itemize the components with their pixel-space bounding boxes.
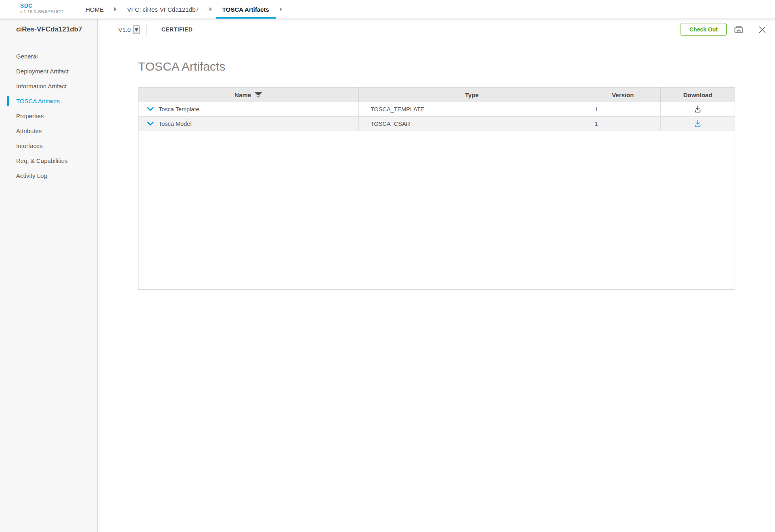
- caret-right-icon: [114, 7, 117, 11]
- sidebar-item-interfaces[interactable]: Interfaces: [0, 138, 97, 153]
- type-cell: TOSCA_TEMPLATE: [359, 102, 585, 116]
- download-icon[interactable]: [694, 120, 702, 127]
- column-header-name[interactable]: Name: [138, 88, 359, 102]
- sort-triangle: [254, 92, 262, 95]
- sdc-logo[interactable]: SDC v.1.16.0-SNAPSHOT: [20, 2, 63, 14]
- column-header-download[interactable]: Download: [661, 88, 735, 102]
- logo-title: SDC: [20, 2, 63, 9]
- header-actions: Check Out: [681, 19, 766, 40]
- column-header-name-label: Name: [235, 92, 251, 98]
- sort-icon: [254, 92, 262, 98]
- name-cell: Tosca Template: [138, 102, 359, 116]
- chevron-down-icon[interactable]: [147, 121, 154, 126]
- download-icon[interactable]: [694, 105, 702, 113]
- artifact-name: Tosca Template: [159, 106, 199, 113]
- type-cell: TOSCA_CSAR: [359, 117, 585, 131]
- version-cell: 1: [585, 102, 661, 116]
- chevron-down-icon[interactable]: [147, 107, 154, 111]
- column-header-type[interactable]: Type: [359, 88, 585, 102]
- top-bar: SDC v.1.16.0-SNAPSHOT HOME VFC: ciRes-VF…: [0, 0, 775, 19]
- column-header-download-label: Download: [683, 92, 712, 98]
- version-value: V1.0: [118, 26, 131, 33]
- caret-right-icon: [280, 7, 282, 11]
- sidebar-item-information-artifact[interactable]: Information Artifact: [0, 79, 97, 94]
- main-content: TOSCA Artifacts Name Type Version Downlo…: [98, 40, 775, 532]
- header-strip: V1.0 CERTIFIED Check Out: [98, 19, 775, 40]
- tab-tosca-artifacts-label: TOSCA Artifacts: [222, 6, 269, 13]
- tab-tosca-artifacts[interactable]: TOSCA Artifacts: [216, 0, 276, 19]
- sidebar-nav: General Deployment Artifact Information …: [0, 49, 97, 183]
- table-row-tosca-template[interactable]: Tosca Template TOSCA_TEMPLATE 1: [138, 102, 735, 117]
- artifact-type: TOSCA_TEMPLATE: [371, 106, 424, 113]
- column-header-version-label: Version: [612, 92, 634, 98]
- close-icon[interactable]: [758, 26, 766, 33]
- sidebar-item-general[interactable]: General: [0, 49, 97, 64]
- left-sidebar: ciRes-VFCda121db7 General Deployment Art…: [0, 19, 98, 532]
- sidebar-item-deployment-artifact[interactable]: Deployment Artifact: [0, 64, 97, 79]
- sidebar-item-req-capabilities[interactable]: Req. & Capabilities: [0, 153, 97, 168]
- sidebar-item-activity-log[interactable]: Activity Log: [0, 168, 97, 183]
- divider: [751, 23, 751, 35]
- table-header-row: Name Type Version Download: [138, 88, 735, 102]
- sidebar-item-properties[interactable]: Properties: [0, 108, 97, 123]
- table-row-tosca-model[interactable]: Tosca Model TOSCA_CSAR 1: [138, 117, 735, 131]
- version-select[interactable]: [133, 25, 140, 34]
- download-cell: [661, 117, 735, 131]
- sidebar-item-attributes[interactable]: Attributes: [0, 123, 97, 138]
- tab-vfc-label: VFC: ciRes-VFCda121db7: [127, 6, 199, 13]
- divider: [146, 23, 147, 35]
- column-header-type-label: Type: [465, 92, 479, 98]
- version-cell: 1: [585, 117, 661, 131]
- name-cell: Tosca Model: [138, 117, 359, 131]
- spinner-up-icon: [135, 28, 138, 29]
- spinner-down-icon: [135, 29, 138, 31]
- check-out-button[interactable]: Check Out: [681, 23, 727, 36]
- sidebar-item-tosca-artifacts[interactable]: TOSCA Artifacts: [0, 94, 97, 108]
- artifact-name: Tosca Model: [159, 121, 191, 127]
- breadcrumb: HOME VFC: ciRes-VFCda121db7 TOSCA Artifa…: [79, 0, 286, 19]
- artifact-version: 1: [595, 121, 598, 127]
- logo-version: v.1.16.0-SNAPSHOT: [20, 9, 63, 14]
- print-icon[interactable]: [734, 25, 744, 34]
- page-title: TOSCA Artifacts: [138, 58, 775, 75]
- tab-home-label: HOME: [86, 6, 104, 13]
- artifact-version: 1: [595, 106, 598, 113]
- tosca-artifacts-table: Name Type Version Download: [138, 87, 735, 290]
- download-cell: [661, 102, 735, 116]
- entity-name: ciRes-VFCda121db7: [0, 19, 97, 40]
- tab-vfc[interactable]: VFC: ciRes-VFCda121db7: [121, 0, 205, 19]
- artifact-type: TOSCA_CSAR: [371, 121, 410, 127]
- column-header-version[interactable]: Version: [585, 88, 661, 102]
- caret-right-icon: [209, 7, 212, 11]
- tab-home[interactable]: HOME: [79, 0, 110, 19]
- version-group: V1.0 CERTIFIED: [118, 19, 193, 40]
- status-badge: CERTIFIED: [161, 26, 193, 33]
